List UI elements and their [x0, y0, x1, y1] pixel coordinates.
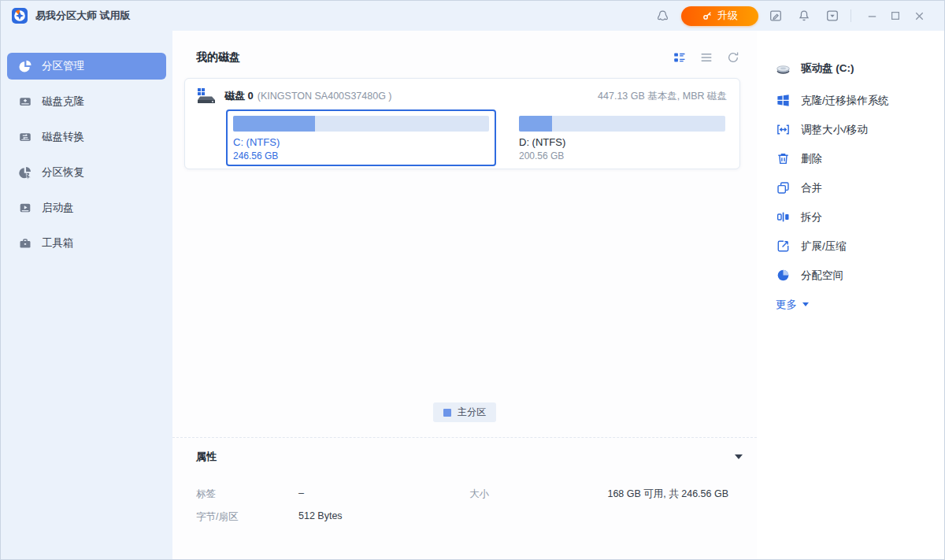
extend-shrink-icon — [776, 239, 791, 254]
action-clone-migrate-os[interactable]: 克隆/迁移操作系统 — [776, 86, 936, 115]
properties-grid: 标签 – 大小 168 GB 可用, 共 246.56 GB 字节/扇区 512… — [196, 488, 743, 524]
resize-move-icon — [776, 122, 791, 137]
sidebar-item-label: 磁盘克隆 — [42, 95, 84, 109]
partition-c[interactable]: C: (NTFS) 246.56 GB — [226, 109, 496, 166]
partition-recovery-icon — [18, 165, 32, 180]
disk-model: (KINGSTON SA400S37480G ) — [258, 91, 392, 102]
action-allocate-space[interactable]: 分配空间 — [776, 261, 936, 290]
action-label: 调整大小/移动 — [801, 123, 868, 137]
app-logo-icon — [12, 8, 28, 24]
list-view-icon[interactable] — [699, 50, 714, 65]
action-delete[interactable]: 删除 — [776, 144, 936, 173]
prop-value-tag: – — [298, 488, 469, 501]
toolbox-icon — [18, 236, 32, 250]
partition-d[interactable]: D: (NTFS) 200.56 GB — [512, 109, 732, 166]
detail-view-icon[interactable] — [672, 50, 687, 65]
selected-drive-header: 驱动盘 (C:) — [776, 53, 936, 84]
selected-drive-label: 驱动盘 (C:) — [801, 61, 854, 76]
bootable-disk-icon — [18, 201, 32, 215]
support-icon[interactable] — [653, 6, 672, 25]
partition-d-size: 200.56 GB — [519, 150, 725, 161]
more-actions-button[interactable]: 更多 — [776, 290, 936, 319]
action-label: 合并 — [801, 181, 822, 195]
sidebar-item-label: 分区管理 — [42, 59, 84, 73]
disk-convert-icon — [18, 130, 32, 144]
app-window: 易我分区大师 试用版 升级 — [0, 0, 945, 560]
collapse-caret-icon[interactable] — [735, 454, 743, 459]
disk-summary: 447.13 GB 基本盘, MBR 磁盘 — [598, 90, 727, 103]
sidebar-item-bootable-disk[interactable]: 启动盘 — [7, 195, 166, 221]
notification-bell-icon[interactable] — [795, 6, 813, 25]
disk-name: 磁盘 0 — [224, 89, 254, 103]
sidebar-item-label: 启动盘 — [42, 201, 74, 215]
partition-c-label: C: (NTFS) — [233, 136, 489, 148]
more-label: 更多 — [776, 298, 797, 312]
action-label: 分配空间 — [801, 269, 843, 283]
key-icon — [702, 10, 713, 21]
refresh-icon[interactable] — [725, 50, 741, 65]
action-label: 克隆/迁移操作系统 — [801, 94, 889, 108]
partition-d-usage-bar — [519, 116, 725, 132]
properties-panel: 属性 标签 – 大小 168 GB 可用, 共 246.56 GB 字节/扇区 … — [172, 437, 757, 559]
disk-card[interactable]: 磁盘 0 (KINGSTON SA400S37480G ) 447.13 GB … — [184, 78, 740, 169]
minimize-button[interactable] — [860, 6, 884, 25]
sidebar-item-label: 分区恢复 — [42, 165, 84, 180]
action-label: 删除 — [801, 152, 822, 166]
disk-clone-icon — [18, 95, 32, 109]
action-label: 扩展/压缩 — [801, 239, 847, 254]
legend-primary-partition: 主分区 — [433, 402, 496, 422]
menu-dropdown-icon[interactable] — [823, 6, 842, 25]
trash-icon — [776, 151, 791, 166]
upgrade-button[interactable]: 升级 — [681, 6, 758, 26]
partition-c-usage-fill — [233, 116, 315, 132]
prop-value-size: 168 GB 可用, 共 246.56 GB — [548, 488, 743, 501]
main-content: 我的磁盘 — [172, 31, 757, 559]
split-icon — [776, 210, 791, 224]
app-title: 易我分区大师 试用版 — [35, 9, 131, 23]
action-panel: 驱动盘 (C:) 克隆/迁移操作系统 调整大小/移动 — [757, 31, 944, 559]
prop-value-bytes-per-sector: 512 Bytes — [298, 510, 469, 524]
basic-disk-icon — [196, 87, 217, 106]
prop-label-tag: 标签 — [196, 488, 298, 501]
partition-d-usage-fill — [519, 116, 552, 132]
sidebar-item-disk-convert[interactable]: 磁盘转换 — [7, 124, 166, 150]
prop-label-size: 大小 — [469, 488, 548, 501]
action-resize-move[interactable]: 调整大小/移动 — [776, 115, 936, 144]
merge-icon — [776, 180, 791, 195]
sidebar-item-toolbox[interactable]: 工具箱 — [7, 230, 166, 257]
sidebar-item-label: 磁盘转换 — [42, 130, 84, 144]
allocate-space-icon — [776, 268, 791, 283]
feedback-icon[interactable] — [766, 6, 785, 25]
primary-partition-swatch-icon — [443, 409, 451, 417]
maximize-button[interactable] — [884, 6, 907, 25]
prop-label-bytes-per-sector: 字节/扇区 — [196, 510, 298, 524]
action-extend-shrink[interactable]: 扩展/压缩 — [776, 232, 936, 261]
upgrade-label: 升级 — [717, 9, 738, 23]
titlebar-divider — [850, 9, 851, 22]
disk-card-header: 磁盘 0 (KINGSTON SA400S37480G ) 447.13 GB … — [185, 79, 739, 106]
sidebar-item-label: 工具箱 — [42, 236, 74, 250]
legend-row: 主分区 — [172, 402, 757, 422]
action-label: 拆分 — [801, 210, 822, 224]
chevron-down-icon — [802, 302, 809, 306]
partition-d-label: D: (NTFS) — [519, 136, 725, 148]
action-merge[interactable]: 合并 — [776, 173, 936, 202]
sidebar-item-partition-manager[interactable]: 分区管理 — [7, 53, 166, 80]
windows-icon — [776, 93, 791, 108]
sidebar-item-partition-recovery[interactable]: 分区恢复 — [7, 159, 166, 186]
legend-label: 主分区 — [458, 406, 486, 419]
drive-icon — [776, 61, 791, 76]
close-button[interactable] — [907, 6, 931, 25]
properties-title: 属性 — [196, 450, 217, 464]
page-title: 我的磁盘 — [196, 50, 240, 65]
title-bar: 易我分区大师 试用版 升级 — [1, 1, 944, 31]
partition-manager-icon — [18, 59, 32, 73]
action-split[interactable]: 拆分 — [776, 202, 936, 232]
sidebar-item-disk-clone[interactable]: 磁盘克隆 — [7, 88, 166, 115]
main-header: 我的磁盘 — [172, 31, 757, 78]
partition-c-size: 246.56 GB — [233, 150, 489, 161]
partition-c-usage-bar — [233, 116, 489, 132]
sidebar-nav: 分区管理 磁盘克隆 磁盘转换 分区 — [1, 31, 172, 559]
